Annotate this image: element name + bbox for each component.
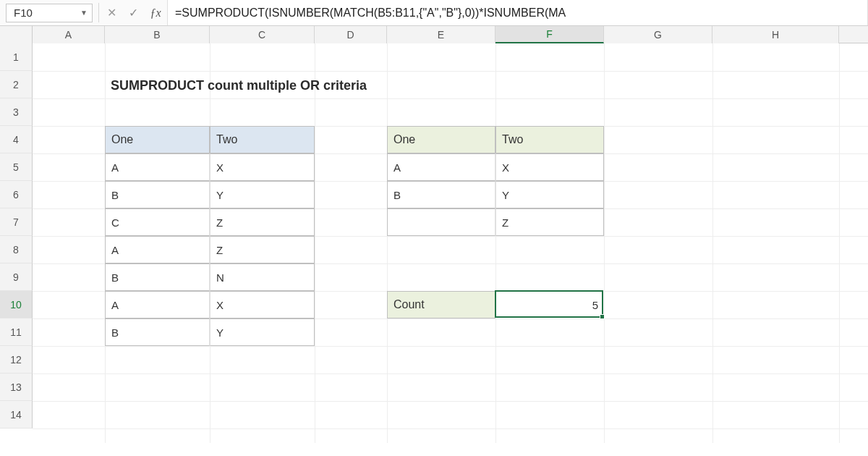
table2-cell[interactable] <box>387 208 495 236</box>
chevron-down-icon: ▼ <box>80 9 88 17</box>
table1-cell[interactable]: X <box>210 291 315 318</box>
row-header-8[interactable]: 8 <box>0 236 33 263</box>
table1-cell[interactable]: Z <box>210 236 315 263</box>
column-header-F[interactable]: F <box>495 26 604 43</box>
name-box[interactable]: F10 ▼ <box>6 4 93 22</box>
table1-cell[interactable]: B <box>105 181 210 208</box>
table1-cell[interactable]: Z <box>210 208 315 236</box>
row-header-4[interactable]: 4 <box>0 126 33 153</box>
table2-cell[interactable]: B <box>387 181 495 208</box>
column-header-A[interactable]: A <box>33 26 105 43</box>
cell-area[interactable]: SUMPRODUCT count multiple OR criteriaOne… <box>33 43 868 443</box>
table1-cell[interactable]: Y <box>210 318 315 346</box>
row-header-12[interactable]: 12 <box>0 346 33 373</box>
row-header-10[interactable]: 10 <box>0 291 33 318</box>
column-headers: ABCDEFGH <box>0 26 868 43</box>
fx-icon[interactable]: ƒx <box>144 0 167 25</box>
table1-cell[interactable]: A <box>105 153 210 181</box>
row-header-1[interactable]: 1 <box>0 43 33 71</box>
row-headers: 1234567891011121314 <box>0 43 33 443</box>
table2-cell[interactable]: Y <box>495 181 604 208</box>
row-header-5[interactable]: 5 <box>0 153 33 181</box>
cancel-formula-button[interactable]: ✕ <box>101 0 122 25</box>
row-header-2[interactable]: 2 <box>0 71 33 98</box>
cell-reference: F10 <box>14 7 33 19</box>
table2-cell[interactable]: Z <box>495 208 604 236</box>
table1-cell[interactable]: C <box>105 208 210 236</box>
table1-cell[interactable]: B <box>105 318 210 346</box>
table1-cell[interactable]: X <box>210 153 315 181</box>
table2-header-two: Two <box>495 126 604 153</box>
formula-input[interactable] <box>167 0 868 25</box>
table1-header-one: One <box>105 126 210 153</box>
select-all-corner[interactable] <box>0 26 33 43</box>
row-header-3[interactable]: 3 <box>0 98 33 126</box>
count-label: Count <box>387 291 495 318</box>
table1-cell[interactable]: A <box>105 291 210 318</box>
row-header-6[interactable]: 6 <box>0 181 33 208</box>
page-title: SUMPRODUCT count multiple OR criteria <box>105 71 387 100</box>
table1-cell[interactable]: Y <box>210 181 315 208</box>
row-header-7[interactable]: 7 <box>0 208 33 236</box>
table2-cell[interactable]: A <box>387 153 495 181</box>
table2-header-one: One <box>387 126 495 153</box>
row-header-13[interactable]: 13 <box>0 373 33 401</box>
row-header-11[interactable]: 11 <box>0 318 33 346</box>
table1-cell[interactable]: N <box>210 263 315 291</box>
table1-cell[interactable]: B <box>105 263 210 291</box>
table2-cell[interactable]: X <box>495 153 604 181</box>
table1-header-two: Two <box>210 126 315 153</box>
column-header-H[interactable]: H <box>712 26 839 43</box>
row-header-9[interactable]: 9 <box>0 263 33 291</box>
enter-formula-button[interactable]: ✓ <box>122 0 144 25</box>
formula-bar: F10 ▼ ✕ ✓ ƒx <box>0 0 868 26</box>
column-header-G[interactable]: G <box>604 26 712 43</box>
column-header-E[interactable]: E <box>387 26 495 43</box>
column-header-D[interactable]: D <box>315 26 387 43</box>
count-value[interactable]: 5 <box>495 291 604 318</box>
table1-cell[interactable]: A <box>105 236 210 263</box>
row-header-14[interactable]: 14 <box>0 401 33 428</box>
column-header-B[interactable]: B <box>105 26 210 43</box>
column-header-C[interactable]: C <box>210 26 315 43</box>
